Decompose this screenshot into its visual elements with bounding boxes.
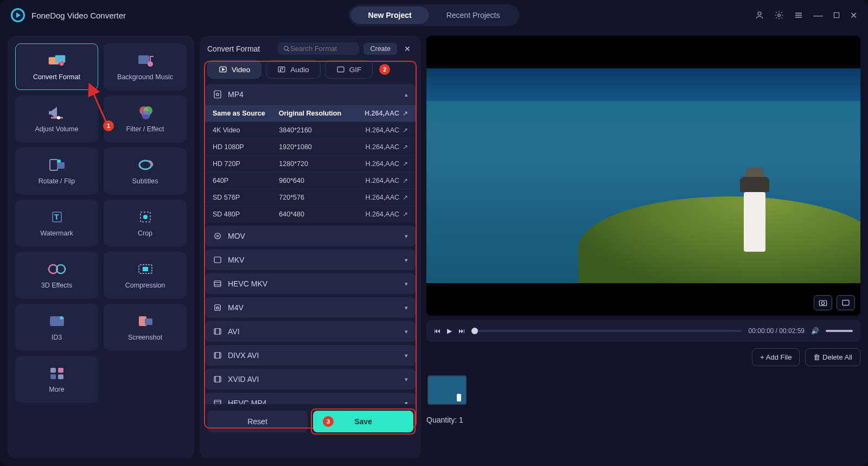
edit-preset-icon[interactable]: ↗ <box>403 110 408 117</box>
menu-icon[interactable] <box>794 10 803 20</box>
svg-rect-41 <box>214 281 221 287</box>
preview-lighthouse <box>744 192 765 252</box>
edit-preset-icon[interactable]: ↗ <box>403 210 408 218</box>
caret-down-icon: ▾ <box>405 376 408 383</box>
tool-convert-format[interactable]: Convert Format <box>15 43 98 90</box>
tool-compression[interactable]: Compression <box>104 252 187 298</box>
snapshot-icon[interactable] <box>814 295 832 310</box>
tool-label: Subtitles <box>132 177 158 185</box>
preset-row[interactable]: 640P960*640H.264,AAC↗ <box>205 172 416 189</box>
preset-row[interactable]: 4K Video3840*2160H.264,AAC↗ <box>205 122 416 138</box>
tool-3d-effects[interactable]: 3D Effects <box>15 252 98 298</box>
maximize-icon[interactable] <box>833 11 840 19</box>
preset-row[interactable]: SD 480P640*480H.264,AAC↗ <box>205 206 416 222</box>
format-tab-audio[interactable]: Audio <box>266 60 321 79</box>
edit-preset-icon[interactable]: ↗ <box>403 194 408 201</box>
seek-bar[interactable] <box>471 330 742 332</box>
preset-row[interactable]: HD 720P1280*720H.264,AAC↗ <box>205 155 416 172</box>
edit-preset-icon[interactable]: ↗ <box>403 143 408 151</box>
svg-point-18 <box>143 215 148 219</box>
annotation-step-1: 1 <box>103 120 114 131</box>
tool-id3[interactable]: ID3 <box>15 304 98 350</box>
seek-knob[interactable] <box>471 328 478 334</box>
search-format-field[interactable] <box>278 42 359 55</box>
format-accordion-divx-avi[interactable]: DIVX AVI▾ <box>205 345 416 366</box>
next-icon[interactable]: ⏭ <box>458 327 465 335</box>
save-button[interactable]: 3 Save <box>313 411 413 432</box>
tools-sidebar: Convert Format Background Music Adjust V… <box>8 36 194 458</box>
tab-new-project[interactable]: New Project <box>351 7 429 24</box>
play-icon[interactable]: ▶ <box>447 327 452 335</box>
add-file-button[interactable]: + Add File <box>752 348 800 366</box>
svg-rect-27 <box>50 368 56 373</box>
format-name: MOV <box>228 232 245 240</box>
file-thumbnail[interactable] <box>427 375 467 405</box>
account-icon[interactable] <box>755 10 764 20</box>
tool-label: Screenshot <box>128 334 162 341</box>
letterbox-bottom <box>426 283 860 316</box>
format-accordion-hevc-mp4[interactable]: HEVC MP4▾ <box>205 393 416 404</box>
tool-label: 3D Effects <box>41 282 72 289</box>
format-name: MKV <box>228 256 244 264</box>
prev-icon[interactable]: ⏮ <box>434 327 441 335</box>
search-icon <box>283 45 290 53</box>
search-format-input[interactable] <box>290 44 354 53</box>
panel-title: Convert Format <box>207 44 260 53</box>
minimize-icon[interactable]: — <box>813 10 823 21</box>
tool-screenshot[interactable]: Screenshot <box>104 304 187 350</box>
delete-all-button[interactable]: 🗑 Delete All <box>805 348 860 366</box>
format-accordion-mp4[interactable]: MP4 ▴ Same as SourceOriginal ResolutionH… <box>205 84 416 222</box>
annotation-step-2: 2 <box>379 64 390 75</box>
volume-icon[interactable]: 🔊 <box>811 327 819 335</box>
svg-point-31 <box>284 46 288 50</box>
format-name: HEVC MP4 <box>228 399 267 404</box>
tool-rotate-flip[interactable]: Rotate / Flip <box>15 148 98 194</box>
svg-rect-12 <box>50 159 58 170</box>
svg-point-5 <box>59 61 64 66</box>
tool-label: Convert Format <box>33 73 80 81</box>
svg-rect-26 <box>145 318 152 325</box>
reset-button[interactable]: Reset <box>207 411 308 432</box>
close-icon[interactable]: ✕ <box>850 10 857 21</box>
caret-down-icon: ▾ <box>405 280 408 288</box>
tool-watermark[interactable]: T Watermark <box>15 200 98 246</box>
edit-preset-icon[interactable]: ↗ <box>403 126 408 134</box>
format-accordion-mov[interactable]: MOV▾ <box>205 226 416 246</box>
tool-label: ID3 <box>52 334 62 341</box>
format-accordion-avi[interactable]: AVI▾ <box>205 321 416 342</box>
tab-recent-projects[interactable]: Recent Projects <box>429 7 518 24</box>
settings-icon[interactable] <box>774 10 784 20</box>
format-accordion-hevc-mkv[interactable]: HEVC MKV▾ <box>205 273 416 294</box>
app-title: FoneDog Video Converter <box>31 11 126 20</box>
svg-rect-47 <box>214 400 221 404</box>
format-name: XVID AVI <box>228 375 259 384</box>
fullscreen-icon[interactable] <box>837 295 855 310</box>
preset-row[interactable]: Same as SourceOriginal ResolutionH.264,A… <box>205 105 416 122</box>
create-preset-button[interactable]: Create <box>363 43 397 55</box>
tab-label: Audio <box>290 66 309 74</box>
preset-row[interactable]: HD 1080P1920*1080H.264,AAC↗ <box>205 138 416 155</box>
tool-filter-effect[interactable]: Filter / Effect <box>104 95 187 142</box>
tool-background-music[interactable]: Background Music <box>104 43 187 90</box>
format-accordion-xvid-avi[interactable]: XVID AVI▾ <box>205 369 416 390</box>
svg-rect-35 <box>337 67 344 72</box>
format-tab-gif[interactable]: GIF <box>325 60 373 79</box>
format-tab-video[interactable]: Video <box>207 60 261 79</box>
format-accordion-m4v[interactable]: M4V▾ <box>205 297 416 318</box>
svg-rect-22 <box>143 267 148 271</box>
close-panel-icon[interactable]: ✕ <box>401 44 413 53</box>
tool-label: Filter / Effect <box>126 125 164 133</box>
format-name: MP4 <box>228 90 244 99</box>
volume-slider[interactable] <box>826 330 853 332</box>
preset-row[interactable]: SD 576P720*576H.264,AAC↗ <box>205 189 416 206</box>
tool-adjust-volume[interactable]: Adjust Volume <box>15 95 98 142</box>
edit-preset-icon[interactable]: ↗ <box>403 177 408 184</box>
tool-subtitles[interactable]: Subtitles <box>104 148 187 194</box>
tool-crop[interactable]: Crop <box>104 200 187 246</box>
edit-preset-icon[interactable]: ↗ <box>403 160 408 168</box>
more-icon <box>48 365 66 381</box>
format-accordion-mkv[interactable]: MKV▾ <box>205 250 416 270</box>
tool-more[interactable]: More <box>15 356 98 403</box>
svg-rect-42 <box>215 305 221 311</box>
format-file-icon <box>213 231 222 241</box>
